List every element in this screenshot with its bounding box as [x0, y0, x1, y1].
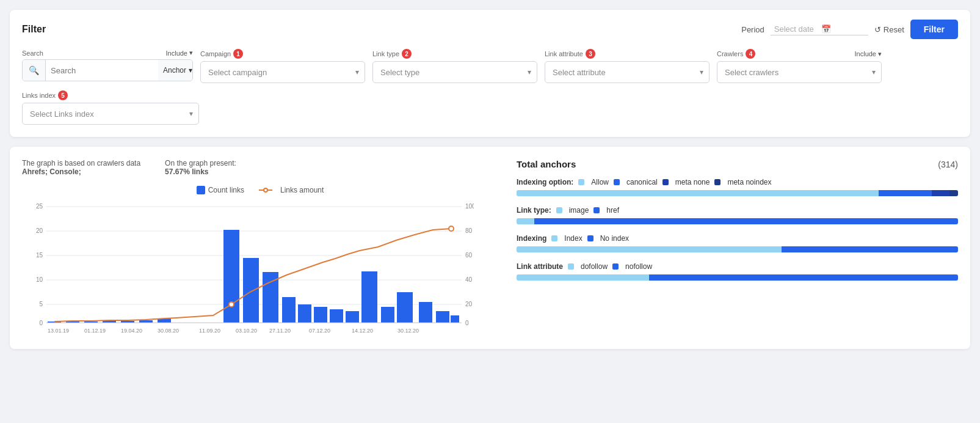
- link-attribute-group: Link attribute 3 Select attribute ▾: [545, 49, 710, 83]
- link-attribute-select[interactable]: Select attribute: [545, 61, 710, 83]
- svg-text:0: 0: [39, 320, 43, 326]
- crawlers-include-arrow-icon: ▾: [878, 50, 882, 58]
- svg-rect-34: [381, 307, 394, 323]
- bar-section-1: Link type:imagehref: [517, 206, 958, 224]
- chart-right: Total anchors (314) Indexing option:Allo…: [517, 159, 958, 337]
- link-attribute-select-wrap: Select attribute ▾: [545, 61, 710, 83]
- bar-segment: [932, 190, 949, 196]
- svg-rect-36: [419, 302, 432, 323]
- bar-section-label-0: Indexing option:Allowcanonicalmeta nonem…: [517, 178, 958, 186]
- bar-section-label-3: Link attributedofollownofollow: [517, 262, 958, 271]
- svg-text:19.04.20: 19.04.20: [121, 328, 142, 334]
- legend-count-links: Count links: [197, 186, 244, 194]
- filter-card: Filter Period Select date 📅 ↺ Reset Filt…: [10, 10, 970, 137]
- svg-rect-28: [282, 297, 296, 323]
- chart-legend: Count links Links amount: [22, 186, 498, 194]
- campaign-label: Campaign 1: [200, 49, 365, 59]
- legend-dot-icon: [568, 263, 574, 270]
- filter-row-2: Links index 5 Select Links index ▾: [22, 90, 958, 125]
- date-input-wrap[interactable]: Select date 📅: [771, 23, 868, 35]
- svg-text:40: 40: [465, 276, 473, 283]
- bar-segment: [517, 274, 649, 281]
- links-amount-icon: [259, 189, 272, 191]
- svg-rect-37: [436, 311, 449, 323]
- reset-button[interactable]: ↺ Reset: [874, 25, 904, 34]
- link-type-select-wrap: Select type ▾: [372, 61, 537, 83]
- chart-crawler-info: The graph is based on crawlers data Ahre…: [22, 159, 140, 176]
- legend-dot-icon: [662, 179, 669, 185]
- crawlers-include-label: Include ▾: [855, 50, 882, 58]
- search-label-row: Search Include ▾: [22, 49, 193, 57]
- bar-segment: [879, 190, 932, 196]
- count-links-icon: [197, 186, 205, 194]
- svg-text:11.09.20: 11.09.20: [199, 328, 220, 334]
- svg-text:80: 80: [465, 227, 473, 234]
- crawlers-select-wrap: Select crawlers ▾: [717, 61, 882, 83]
- link-type-select[interactable]: Select type: [372, 61, 537, 83]
- legend-dot-icon: [614, 179, 620, 185]
- svg-text:13.01.19: 13.01.19: [48, 328, 69, 334]
- svg-text:07.12.20: 07.12.20: [309, 328, 330, 334]
- svg-text:20: 20: [36, 227, 43, 234]
- campaign-badge: 1: [233, 49, 243, 59]
- legend-links-amount: Links amount: [259, 186, 324, 194]
- svg-rect-35: [397, 292, 413, 323]
- svg-text:0: 0: [465, 320, 469, 326]
- bar-stack-3: [517, 274, 958, 281]
- svg-rect-23: [139, 320, 153, 323]
- svg-point-40: [449, 226, 454, 231]
- chart-left: The graph is based on crawlers data Ahre…: [22, 159, 498, 337]
- link-attribute-label: Link attribute 3: [545, 49, 710, 59]
- chart-svg: 25 20 15 10 5 0 100 80 60 40 20 0: [22, 200, 474, 335]
- period-label: Period: [741, 25, 764, 34]
- svg-text:10: 10: [36, 276, 43, 283]
- anchor-dropdown[interactable]: Anchor ▾: [158, 60, 193, 81]
- legend-dot-icon: [714, 179, 720, 185]
- chart-svg-wrap: 25 20 15 10 5 0 100 80 60 40 20 0: [22, 200, 498, 337]
- svg-rect-38: [451, 315, 459, 323]
- bar-segment: [517, 218, 534, 224]
- svg-rect-25: [223, 230, 239, 323]
- calendar-icon[interactable]: 📅: [821, 24, 865, 34]
- legend-dot-icon: [587, 235, 593, 241]
- links-index-select-wrap: Select Links index ▾: [22, 103, 199, 125]
- svg-rect-26: [243, 258, 259, 323]
- bar-segment: [949, 190, 958, 196]
- total-anchors-header: Total anchors (314): [517, 159, 958, 169]
- chart-meta-top: The graph is based on crawlers data Ahre…: [22, 159, 498, 176]
- link-attribute-badge: 3: [586, 49, 595, 59]
- search-input[interactable]: [46, 60, 158, 81]
- bar-stack-1: [517, 218, 958, 224]
- svg-text:30.12.20: 30.12.20: [397, 328, 419, 334]
- svg-rect-33: [361, 271, 377, 323]
- campaign-select[interactable]: Select campaign: [200, 61, 365, 83]
- legend-dot-icon: [551, 235, 557, 241]
- total-anchors-title: Total anchors: [517, 159, 576, 169]
- crawlers-badge: 4: [746, 49, 755, 59]
- svg-text:01.12.19: 01.12.19: [84, 328, 106, 334]
- bar-segment: [517, 190, 879, 196]
- bar-section-2: IndexingIndexNo index: [517, 234, 958, 252]
- bar-sections: Indexing option:Allowcanonicalmeta nonem…: [517, 178, 958, 281]
- svg-rect-31: [330, 309, 343, 323]
- crawlers-select[interactable]: Select crawlers: [717, 61, 882, 83]
- svg-rect-30: [314, 307, 327, 323]
- bar-section-label-2: IndexingIndexNo index: [517, 234, 958, 243]
- search-input-wrap: 🔍 Anchor ▾: [22, 59, 193, 81]
- filter-button[interactable]: Filter: [910, 20, 958, 39]
- svg-text:15: 15: [36, 252, 43, 259]
- reset-icon: ↺: [874, 25, 881, 34]
- link-type-label: Link type 2: [372, 49, 537, 59]
- bar-section-0: Indexing option:Allowcanonicalmeta nonem…: [517, 178, 958, 196]
- links-index-select[interactable]: Select Links index: [22, 103, 199, 125]
- anchor-arrow-icon: ▾: [189, 66, 192, 75]
- search-group: Search Include ▾ 🔍 Anchor ▾: [22, 49, 193, 81]
- link-type-badge: 2: [402, 49, 412, 59]
- svg-text:100: 100: [465, 203, 474, 210]
- bar-segment: [649, 274, 958, 281]
- bar-stack-0: [517, 190, 958, 196]
- campaign-select-wrap: Select campaign ▾: [200, 61, 365, 83]
- bar-segment: [534, 218, 958, 224]
- chart-meta: The graph is based on crawlers data Ahre…: [22, 159, 498, 176]
- crawlers-group: Crawlers 4 Include ▾ Select crawlers ▾: [717, 49, 882, 83]
